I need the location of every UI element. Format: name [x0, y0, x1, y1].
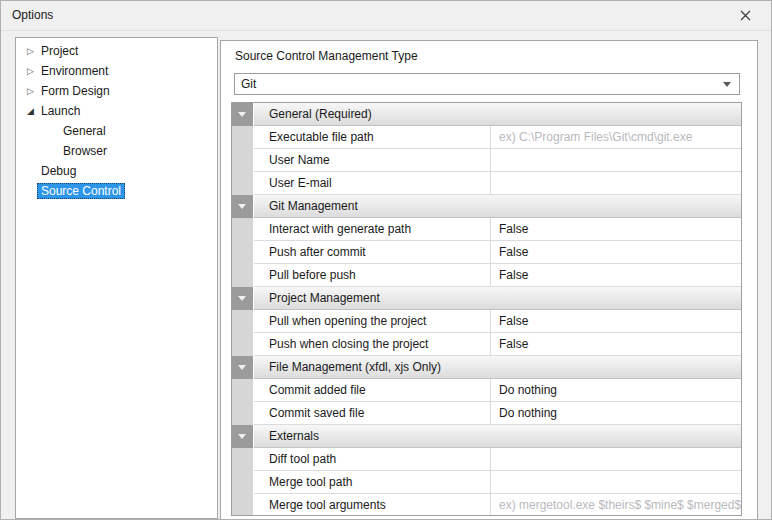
- row-indicator[interactable]: [232, 425, 254, 448]
- title-bar: Options: [1, 1, 771, 31]
- tree-item-form-design[interactable]: ▷Form Design: [16, 81, 217, 101]
- expander-collapsed-icon[interactable]: ▷: [24, 41, 37, 61]
- tree-item-general[interactable]: General: [16, 121, 217, 141]
- property-name: Interact with generate path: [254, 218, 490, 241]
- collapse-arrow-icon[interactable]: [238, 204, 246, 209]
- grid-row-merge-tool-arguments[interactable]: Merge tool argumentsex) mergetool.exe $t…: [232, 494, 741, 516]
- property-name: User E-mail: [254, 172, 490, 195]
- tree-item-label[interactable]: Form Design: [37, 83, 114, 99]
- tree-item-label[interactable]: Launch: [37, 103, 84, 119]
- category-label: Git Management: [254, 195, 741, 218]
- grid-category-row-file-management-xfdl-xjs-only[interactable]: File Management (xfdl, xjs Only): [232, 356, 741, 379]
- row-indicator: [232, 310, 254, 333]
- grid-row-commit-added-file[interactable]: Commit added fileDo nothing: [232, 379, 741, 402]
- property-value[interactable]: False: [490, 264, 741, 287]
- row-indicator: [232, 264, 254, 287]
- row-indicator: [232, 126, 254, 149]
- collapse-arrow-icon[interactable]: [238, 434, 246, 439]
- row-indicator: [232, 241, 254, 264]
- property-value[interactable]: [490, 471, 741, 494]
- tree-item-label[interactable]: Debug: [37, 163, 80, 179]
- category-label: Project Management: [254, 287, 741, 310]
- tree-item-launch[interactable]: ◢Launch: [16, 101, 217, 121]
- tree-item-label[interactable]: General: [59, 123, 110, 139]
- category-label: File Management (xfdl, xjs Only): [254, 356, 741, 379]
- grid-row-pull-before-push[interactable]: Pull before pushFalse: [232, 264, 741, 287]
- grid-category-row-git-management[interactable]: Git Management: [232, 195, 741, 218]
- grid-row-diff-tool-path[interactable]: Diff tool path: [232, 448, 741, 471]
- property-name: Merge tool arguments: [254, 494, 490, 516]
- collapse-arrow-icon[interactable]: [238, 365, 246, 370]
- tree-item-environment[interactable]: ▷Environment: [16, 61, 217, 81]
- property-value[interactable]: ex) C:\Program Files\Git\cmd\git.exe: [490, 126, 741, 149]
- category-label: General (Required): [254, 103, 741, 126]
- property-value[interactable]: Do nothing: [490, 379, 741, 402]
- property-name: Push after commit: [254, 241, 490, 264]
- chevron-down-icon[interactable]: [723, 82, 731, 87]
- category-label: Externals: [254, 425, 741, 448]
- tree-item-label[interactable]: Source Control: [37, 183, 125, 199]
- grid-row-push-after-commit[interactable]: Push after commitFalse: [232, 241, 741, 264]
- scm-type-selected-value: Git: [241, 77, 256, 91]
- row-indicator: [232, 333, 254, 356]
- row-indicator: [232, 448, 254, 471]
- property-name: Executable file path: [254, 126, 490, 149]
- tree-item-debug[interactable]: Debug: [16, 161, 217, 181]
- row-indicator[interactable]: [232, 356, 254, 379]
- tree-item-project[interactable]: ▷Project: [16, 41, 217, 61]
- expander-expanded-icon[interactable]: ◢: [24, 101, 37, 121]
- tree-item-label[interactable]: Browser: [59, 143, 111, 159]
- row-indicator: [232, 218, 254, 241]
- tree-item-source-control[interactable]: Source Control: [16, 181, 217, 201]
- property-name: Push when closing the project: [254, 333, 490, 356]
- property-value[interactable]: [490, 149, 741, 172]
- property-value[interactable]: ex) mergetool.exe $theirs$ $mine$ $merge…: [490, 494, 741, 516]
- tree-item-label[interactable]: Project: [37, 43, 82, 59]
- property-value[interactable]: False: [490, 310, 741, 333]
- grid-category-row-externals[interactable]: Externals: [232, 425, 741, 448]
- row-indicator[interactable]: [232, 103, 254, 126]
- property-name: Pull when opening the project: [254, 310, 490, 333]
- grid-row-merge-tool-path[interactable]: Merge tool path: [232, 471, 741, 494]
- grid-row-interact-with-generate-path[interactable]: Interact with generate pathFalse: [232, 218, 741, 241]
- row-indicator: [232, 172, 254, 195]
- grid-row-executable-file-path[interactable]: Executable file pathex) C:\Program Files…: [232, 126, 741, 149]
- grid-row-pull-when-opening-the-project[interactable]: Pull when opening the projectFalse: [232, 310, 741, 333]
- options-dialog: { "window": { "title": "Options", "close…: [0, 0, 772, 520]
- grid-category-row-project-management[interactable]: Project Management: [232, 287, 741, 310]
- property-name: Pull before push: [254, 264, 490, 287]
- expander-collapsed-icon[interactable]: ▷: [24, 61, 37, 81]
- row-indicator: [232, 494, 254, 516]
- property-value[interactable]: [490, 172, 741, 195]
- window-title: Options: [12, 8, 53, 22]
- tree-item-browser[interactable]: Browser: [16, 141, 217, 161]
- scm-type-label: Source Control Management Type: [235, 49, 418, 63]
- collapse-arrow-icon[interactable]: [238, 112, 246, 117]
- grid-row-user-e-mail[interactable]: User E-mail: [232, 172, 741, 195]
- grid-row-user-name[interactable]: User Name: [232, 149, 741, 172]
- grid-row-push-when-closing-the-project[interactable]: Push when closing the projectFalse: [232, 333, 741, 356]
- options-tree: ▷Project▷Environment▷Form Design◢LaunchG…: [15, 37, 218, 519]
- source-control-page: Source Control Management Type Git Gener…: [220, 40, 758, 520]
- close-button[interactable]: [725, 1, 765, 30]
- row-indicator: [232, 402, 254, 425]
- property-value[interactable]: Do nothing: [490, 402, 741, 425]
- row-indicator[interactable]: [232, 287, 254, 310]
- property-value[interactable]: False: [490, 218, 741, 241]
- property-value[interactable]: False: [490, 333, 741, 356]
- property-value[interactable]: [490, 448, 741, 471]
- property-name: Commit saved file: [254, 402, 490, 425]
- collapse-arrow-icon[interactable]: [238, 296, 246, 301]
- property-value[interactable]: False: [490, 241, 741, 264]
- row-indicator: [232, 471, 254, 494]
- scm-type-dropdown[interactable]: Git: [234, 73, 740, 95]
- expander-collapsed-icon[interactable]: ▷: [24, 81, 37, 101]
- grid-category-row-general-required[interactable]: General (Required): [232, 103, 741, 126]
- close-icon: [740, 10, 751, 21]
- tree-item-label[interactable]: Environment: [37, 63, 112, 79]
- grid-row-commit-saved-file[interactable]: Commit saved fileDo nothing: [232, 402, 741, 425]
- property-name: Merge tool path: [254, 471, 490, 494]
- row-indicator: [232, 379, 254, 402]
- row-indicator[interactable]: [232, 195, 254, 218]
- property-grid: General (Required)Executable file pathex…: [231, 102, 742, 516]
